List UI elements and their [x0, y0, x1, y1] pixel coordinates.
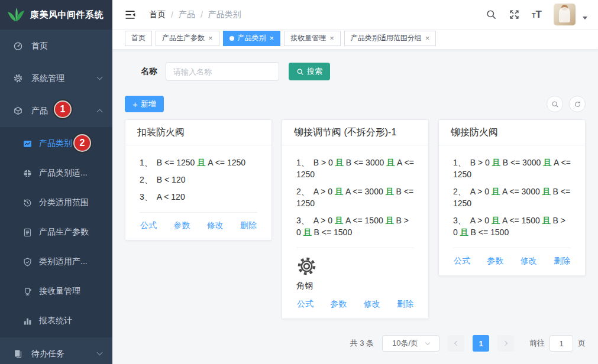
- rule-number: 2、: [140, 175, 153, 184]
- tab-产品类别适用范围分组[interactable]: 产品类别适用范围分组×: [344, 31, 437, 46]
- chevron-up-icon: [97, 109, 103, 115]
- tab-产品生产参数[interactable]: 产品生产参数×: [156, 31, 219, 46]
- sidebar-item-label: 报表统计: [39, 316, 72, 326]
- chart-card-icon: [22, 139, 32, 148]
- sidebar-subitem-产品生产参数[interactable]: 产品生产参数: [0, 217, 112, 247]
- breadcrumb-product[interactable]: 产品: [179, 9, 195, 20]
- params-link[interactable]: 参数: [487, 256, 503, 266]
- params-link[interactable]: 参数: [173, 220, 190, 231]
- menu-fold-icon[interactable]: [124, 9, 136, 21]
- annotation-badge-1: 1: [54, 100, 72, 118]
- search-icon[interactable]: [486, 9, 497, 20]
- sidebar-header: 康美风中间件系统: [0, 0, 112, 30]
- logo-icon: [7, 7, 25, 22]
- pagination: 共 3 条 10条/页 1 前往 页: [112, 335, 586, 352]
- rule-line: 1、B > 0 且 B <= 3000 且 A <= 1250: [453, 157, 571, 180]
- and-operator: 且: [335, 216, 343, 225]
- tab-close-icon[interactable]: ×: [329, 34, 334, 42]
- history-icon: [22, 198, 32, 207]
- sidebar-subitem-分类适用范围[interactable]: 分类适用范围: [0, 188, 112, 217]
- product-card: 铆接防火阀1、B > 0 且 B <= 3000 且 A <= 12502、A …: [438, 119, 586, 276]
- refresh-icon[interactable]: [569, 96, 586, 112]
- sidebar-item-label: 产品生产参数: [39, 227, 89, 238]
- tab-close-icon[interactable]: ×: [270, 34, 274, 42]
- tab-label: 首页: [131, 33, 146, 43]
- tab-产品类别[interactable]: 产品类别×: [223, 31, 281, 46]
- prev-page-button[interactable]: [448, 335, 464, 352]
- annotation-badge-2: 2: [73, 134, 91, 152]
- sidebar-subitem-类别适用产...[interactable]: 类别适用产...: [0, 247, 112, 277]
- tab-label: 产品类别适用范围分组: [351, 33, 422, 43]
- user-menu-caret-icon[interactable]: [583, 17, 587, 20]
- edit-link[interactable]: 修改: [207, 220, 224, 231]
- and-operator: 且: [492, 187, 500, 196]
- and-operator: 且: [492, 216, 500, 225]
- fullscreen-icon[interactable]: [509, 9, 520, 20]
- rule-line: 2、A > 0 且 A <= 3000 且 B <= 1250: [453, 186, 571, 209]
- sidebar-subitem-报表统计[interactable]: 报表统计: [0, 306, 112, 336]
- chevron-left-icon: [454, 341, 460, 346]
- sidebar-item-首页[interactable]: 首页: [0, 30, 112, 62]
- card-actions: 公式参数修改删除: [282, 291, 428, 318]
- delete-link[interactable]: 删除: [397, 299, 413, 310]
- rule-number: 1、: [296, 158, 309, 167]
- sidebar-subitem-产品类别[interactable]: 产品类别: [0, 129, 112, 158]
- sidebar: 康美风中间件系统 首页系统管理产品 产品类别产品类别适...分类适用范围产品生产…: [0, 0, 112, 364]
- sidebar-item-label: 系统管理: [31, 73, 64, 84]
- globe-icon: [22, 168, 32, 178]
- product-icon: [13, 106, 24, 116]
- rule-number: 1、: [453, 158, 466, 167]
- rule-line: 1、B <= 1250 且 A <= 1250: [140, 157, 257, 168]
- add-button[interactable]: + 新增: [125, 96, 164, 112]
- and-operator: 且: [460, 228, 468, 237]
- sidebar-item-系统管理[interactable]: 系统管理: [0, 62, 112, 95]
- sidebar-subitem-产品类别适...[interactable]: 产品类别适...: [0, 158, 112, 188]
- edit-link[interactable]: 修改: [521, 256, 537, 266]
- page-number-active[interactable]: 1: [473, 335, 489, 352]
- rule-number: 3、: [296, 216, 309, 225]
- breadcrumb-home[interactable]: 首页: [149, 9, 166, 20]
- formula-link[interactable]: 公式: [297, 299, 313, 310]
- chevron-down-icon: [425, 340, 430, 344]
- formula-link[interactable]: 公式: [140, 220, 157, 231]
- and-operator: 且: [303, 228, 312, 237]
- tasks-icon: [13, 349, 24, 359]
- rule-line: 2、B < 120: [140, 174, 257, 186]
- chevron-right-icon: [503, 341, 508, 346]
- card-actions: 公式参数修改删除: [125, 213, 271, 240]
- delete-link[interactable]: 删除: [554, 256, 570, 266]
- app-title: 康美风中间件系统: [30, 9, 104, 21]
- sidebar-item-待办任务[interactable]: 待办任务: [0, 337, 112, 364]
- card-title: 扣装防火阀: [125, 120, 271, 145]
- tab-首页[interactable]: 首页: [125, 31, 152, 46]
- material-label: 角钢: [296, 281, 414, 291]
- sidebar-item-label: 待办任务: [31, 349, 64, 359]
- tab-close-icon[interactable]: ×: [425, 34, 430, 42]
- page-unit-label: 页: [578, 338, 586, 349]
- card-title: 铆接防火阀: [439, 120, 585, 145]
- goto-page-input[interactable]: [549, 335, 573, 352]
- bar-chart-icon: [22, 316, 32, 326]
- name-search-input[interactable]: [166, 62, 279, 81]
- sidebar-item-label: 产品: [31, 106, 48, 116]
- sidebar-item-label: 首页: [31, 41, 48, 51]
- cup-icon: [22, 287, 32, 296]
- delete-link[interactable]: 删除: [240, 220, 257, 231]
- sidebar-subitem-接收量管理[interactable]: 接收量管理: [0, 277, 112, 306]
- params-link[interactable]: 参数: [330, 299, 347, 310]
- search-button[interactable]: 搜索: [289, 63, 330, 80]
- rule-number: 3、: [140, 192, 153, 202]
- and-operator: 且: [335, 187, 343, 196]
- font-size-icon[interactable]: TT: [532, 9, 542, 20]
- tab-close-icon[interactable]: ×: [208, 34, 213, 42]
- and-operator: 且: [492, 158, 500, 167]
- edit-link[interactable]: 修改: [364, 299, 380, 310]
- tab-接收量管理[interactable]: 接收量管理×: [284, 31, 341, 46]
- next-page-button[interactable]: [497, 335, 514, 352]
- user-avatar[interactable]: [554, 4, 576, 25]
- search-toggle-icon[interactable]: [547, 96, 563, 112]
- breadcrumb-separator: /: [171, 10, 173, 20]
- goto-page: 前往 页: [529, 335, 586, 352]
- page-size-select[interactable]: 10条/页: [382, 335, 439, 352]
- formula-link[interactable]: 公式: [454, 256, 470, 266]
